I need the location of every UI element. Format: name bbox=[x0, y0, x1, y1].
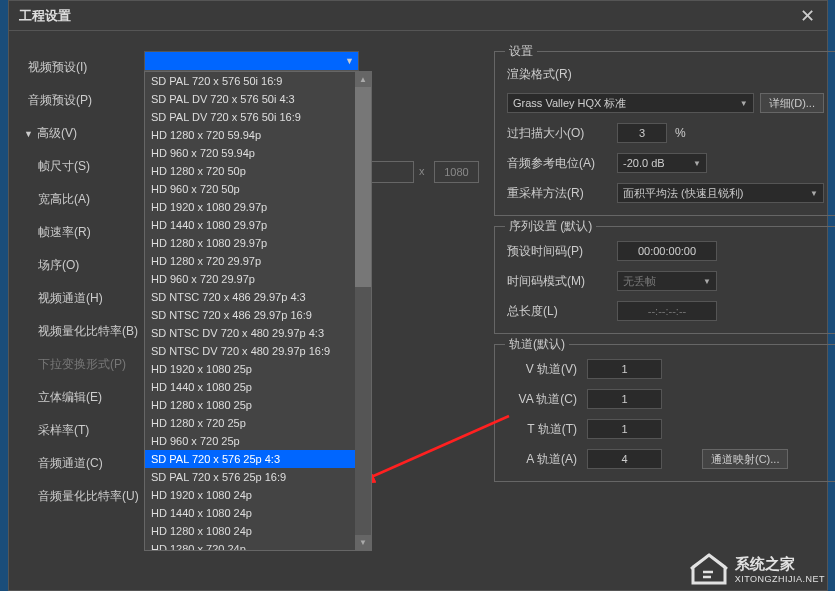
dropdown-item[interactable]: HD 1280 x 720 29.97p bbox=[145, 252, 357, 270]
v-track-label: V 轨道(V) bbox=[507, 361, 587, 378]
a-track-input[interactable]: 4 bbox=[587, 449, 662, 469]
chevron-down-icon: ▼ bbox=[345, 56, 354, 66]
dropdown-item[interactable]: HD 1280 x 720 25p bbox=[145, 414, 357, 432]
chevron-down-icon: ▼ bbox=[693, 159, 701, 168]
va-track-input[interactable]: 1 bbox=[587, 389, 662, 409]
dropdown-item[interactable]: HD 1280 x 1080 24p bbox=[145, 522, 357, 540]
dropdown-item[interactable]: HD 1280 x 720 50p bbox=[145, 162, 357, 180]
close-icon[interactable]: ✕ bbox=[797, 5, 817, 27]
dropdown-item[interactable]: HD 1280 x 1080 25p bbox=[145, 396, 357, 414]
preset-dropdown: SD PAL 720 x 576 50i 16:9SD PAL DV 720 x… bbox=[144, 71, 372, 551]
preset-combobox[interactable]: ▼ bbox=[144, 51, 359, 71]
dropdown-item[interactable]: SD NTSC 720 x 486 29.97p 4:3 bbox=[145, 288, 357, 306]
render-format-select[interactable]: Grass Valley HQX 标准 ▼ bbox=[507, 93, 754, 113]
t-track-label: T 轨道(T) bbox=[507, 421, 587, 438]
a-track-label: A 轨道(A) bbox=[507, 451, 587, 468]
t-track-input[interactable]: 1 bbox=[587, 419, 662, 439]
sidebar-item-field-order[interactable]: 场序(O) bbox=[24, 249, 144, 282]
settings-legend: 设置 bbox=[505, 43, 537, 60]
audio-ref-value: -20.0 dB bbox=[623, 157, 665, 169]
preset-tc-label: 预设时间码(P) bbox=[507, 243, 617, 260]
dropdown-item[interactable]: HD 1440 x 1080 25p bbox=[145, 378, 357, 396]
dropdown-item[interactable]: SD NTSC 720 x 486 29.97p 16:9 bbox=[145, 306, 357, 324]
channel-map-button[interactable]: 通道映射(C)... bbox=[702, 449, 788, 469]
va-track-label: VA 轨道(C) bbox=[507, 391, 587, 408]
overscan-label: 过扫描大小(O) bbox=[507, 125, 617, 142]
dropdown-item[interactable]: SD PAL 720 x 576 25p 16:9 bbox=[145, 468, 357, 486]
dropdown-item[interactable]: HD 1280 x 1080 29.97p bbox=[145, 234, 357, 252]
watermark-url: XITONGZHIJIA.NET bbox=[735, 574, 825, 584]
window-title: 工程设置 bbox=[19, 7, 71, 25]
dropdown-item[interactable]: HD 1440 x 1080 29.97p bbox=[145, 216, 357, 234]
render-format-label: 渲染格式(R) bbox=[507, 66, 617, 83]
dropdown-item[interactable]: HD 960 x 720 25p bbox=[145, 432, 357, 450]
sidebar-item-frame-size[interactable]: 帧尺寸(S) bbox=[24, 150, 144, 183]
sidebar-item-audio-channel[interactable]: 音频通道(C) bbox=[24, 447, 144, 480]
sidebar-group-label: 高级(V) bbox=[37, 125, 77, 142]
scroll-thumb[interactable] bbox=[355, 87, 371, 287]
dropdown-item[interactable]: SD PAL 720 x 576 50i 16:9 bbox=[145, 72, 357, 90]
tc-mode-label: 时间码模式(M) bbox=[507, 273, 617, 290]
chevron-down-icon: ▼ bbox=[24, 129, 33, 139]
chevron-down-icon: ▼ bbox=[810, 189, 818, 198]
sidebar-item-samplerate[interactable]: 采样率(T) bbox=[24, 414, 144, 447]
sequence-fieldset: 序列设置 (默认) 预设时间码(P) 00:00:00:00 时间码模式(M) … bbox=[494, 226, 835, 334]
sidebar: 视频预设(I) 音频预设(P) ▼ 高级(V) 帧尺寸(S) 宽高比(A) 帧速… bbox=[24, 51, 144, 580]
scroll-up-icon[interactable]: ▲ bbox=[355, 72, 371, 87]
width-box bbox=[369, 161, 414, 183]
sidebar-item-pulldown: 下拉变换形式(P) bbox=[24, 348, 144, 381]
sidebar-item-video-preset[interactable]: 视频预设(I) bbox=[24, 51, 144, 84]
dropdown-item[interactable]: HD 960 x 720 29.97p bbox=[145, 270, 357, 288]
audio-ref-label: 音频参考电位(A) bbox=[507, 155, 617, 172]
dropdown-item[interactable]: SD PAL DV 720 x 576 50i 4:3 bbox=[145, 90, 357, 108]
resample-value: 面积平均法 (快速且锐利) bbox=[623, 186, 743, 201]
tc-mode-value: 无丢帧 bbox=[623, 274, 656, 289]
chevron-down-icon: ▼ bbox=[740, 99, 748, 108]
v-track-input[interactable]: 1 bbox=[587, 359, 662, 379]
sidebar-item-video-bitrate[interactable]: 视频量化比特率(B) bbox=[24, 315, 144, 348]
dropdown-item[interactable]: SD PAL DV 720 x 576 50i 16:9 bbox=[145, 108, 357, 126]
dropdown-item[interactable]: HD 1440 x 1080 24p bbox=[145, 504, 357, 522]
resample-label: 重采样方法(R) bbox=[507, 185, 617, 202]
detail-button[interactable]: 详细(D)... bbox=[760, 93, 824, 113]
dropdown-item[interactable]: HD 1280 x 720 59.94p bbox=[145, 126, 357, 144]
sidebar-item-audio-bitrate[interactable]: 音频量化比特率(U) bbox=[24, 480, 144, 513]
sidebar-item-video-channel[interactable]: 视频通道(H) bbox=[24, 282, 144, 315]
house-icon bbox=[689, 552, 729, 586]
svg-line-0 bbox=[369, 416, 509, 478]
overscan-input[interactable]: 3 bbox=[617, 123, 667, 143]
sidebar-group-advanced[interactable]: ▼ 高级(V) bbox=[24, 117, 144, 150]
track-fieldset: 轨道(默认) V 轨道(V) 1 VA 轨道(C) 1 T 轨道(T) 1 A bbox=[494, 344, 835, 482]
sidebar-item-audio-preset[interactable]: 音频预设(P) bbox=[24, 84, 144, 117]
main-area: ▼ SD PAL 720 x 576 50i 16:9SD PAL DV 720… bbox=[144, 51, 812, 580]
dropdown-item[interactable]: HD 1920 x 1080 24p bbox=[145, 486, 357, 504]
dropdown-item[interactable]: HD 1920 x 1080 29.97p bbox=[145, 198, 357, 216]
project-settings-window: 工程设置 ✕ 视频预设(I) 音频预设(P) ▼ 高级(V) 帧尺寸(S) 宽高… bbox=[8, 0, 828, 591]
audio-ref-select[interactable]: -20.0 dB ▼ bbox=[617, 153, 707, 173]
dropdown-item[interactable]: HD 960 x 720 59.94p bbox=[145, 144, 357, 162]
preset-tc-input[interactable]: 00:00:00:00 bbox=[617, 241, 717, 261]
track-legend: 轨道(默认) bbox=[505, 336, 569, 353]
dropdown-item[interactable]: SD NTSC DV 720 x 480 29.97p 4:3 bbox=[145, 324, 357, 342]
scroll-down-icon[interactable]: ▼ bbox=[355, 535, 371, 550]
dropdown-item[interactable]: SD NTSC DV 720 x 480 29.97p 16:9 bbox=[145, 342, 357, 360]
resample-select[interactable]: 面积平均法 (快速且锐利) ▼ bbox=[617, 183, 824, 203]
dropdown-item[interactable]: SD PAL 720 x 576 25p 4:3 bbox=[145, 450, 357, 468]
sidebar-item-stereo-edit[interactable]: 立体编辑(E) bbox=[24, 381, 144, 414]
scrollbar[interactable]: ▲ ▼ bbox=[355, 72, 371, 550]
total-len-value: --:--:--:-- bbox=[617, 301, 717, 321]
dropdown-item[interactable]: HD 1280 x 720 24p bbox=[145, 540, 357, 550]
dim-x-label: x bbox=[419, 165, 425, 177]
chevron-down-icon: ▼ bbox=[703, 277, 711, 286]
render-format-value: Grass Valley HQX 标准 bbox=[513, 96, 627, 111]
total-len-label: 总长度(L) bbox=[507, 303, 617, 320]
sidebar-item-framerate[interactable]: 帧速率(R) bbox=[24, 216, 144, 249]
tc-mode-select[interactable]: 无丢帧 ▼ bbox=[617, 271, 717, 291]
titlebar: 工程设置 ✕ bbox=[9, 1, 827, 31]
sidebar-item-aspect[interactable]: 宽高比(A) bbox=[24, 183, 144, 216]
settings-fieldset: 设置 渲染格式(R) Grass Valley HQX 标准 ▼ 详细(D)..… bbox=[494, 51, 835, 216]
dropdown-item[interactable]: HD 1920 x 1080 25p bbox=[145, 360, 357, 378]
height-box: 1080 bbox=[434, 161, 479, 183]
overscan-unit: % bbox=[675, 126, 686, 140]
dropdown-item[interactable]: HD 960 x 720 50p bbox=[145, 180, 357, 198]
